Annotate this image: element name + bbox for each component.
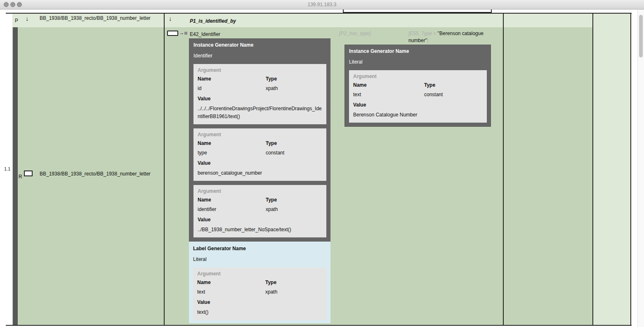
- type-column-header: Type: [266, 140, 322, 146]
- generator-name: Literal: [349, 59, 487, 65]
- argument-label: Argument: [197, 271, 323, 277]
- arg-value: text(): [197, 308, 323, 316]
- right-column-background: [593, 14, 630, 325]
- argument-box: Argument Name Type identifier xpath Valu…: [193, 185, 326, 237]
- argument-label: Argument: [198, 132, 322, 137]
- arrow-right-icon: →: [179, 30, 184, 36]
- clipped-element-above: [343, 9, 492, 13]
- name-column-header: Name: [198, 76, 266, 82]
- arg-type: constant: [424, 92, 483, 97]
- node-checkbox-icon[interactable]: [24, 171, 33, 176]
- range-entity-label[interactable]: E42_Identifier: [190, 31, 220, 37]
- label-generator-panel[interactable]: Label Generator Name Literal Argument Na…: [189, 242, 330, 323]
- arg-type: xpath: [265, 289, 323, 295]
- range-source-node-label[interactable]: BB_1938/BB_1938_recto/BB_1938_number_let…: [40, 171, 158, 177]
- arg-type: xpath: [266, 206, 322, 212]
- column-divider-4: [630, 13, 631, 326]
- arg-name: identifier: [198, 206, 266, 212]
- entity-square-icon: [184, 32, 187, 35]
- arg-value: berenson_catalogue_number: [198, 169, 322, 177]
- value-label: Value: [353, 102, 483, 108]
- name-column-header: Name: [197, 280, 265, 285]
- type-column-header: Type: [266, 197, 322, 203]
- e55-equals: =: [434, 31, 436, 36]
- type-column-header: Type: [265, 280, 323, 285]
- argument-box: Argument Name Type text xpath Value text…: [193, 268, 327, 320]
- source-node-label[interactable]: BB_1938/BB_1938_recto/BB_1938_number_let…: [40, 15, 158, 21]
- argument-label: Argument: [198, 188, 322, 194]
- predicate-label[interactable]: P1_is_identified_by: [190, 18, 236, 24]
- address-text: 139.91.183.3: [0, 2, 644, 7]
- arg-type: constant: [266, 150, 322, 156]
- arg-value: Berenson Catalogue Number: [353, 111, 483, 119]
- entity-rect-icon: [167, 31, 178, 36]
- type-column-header: Type: [266, 76, 322, 82]
- argument-box: Argument Name Type text constant Value B…: [349, 70, 487, 123]
- panel-title: Instance Generator Name: [193, 42, 326, 48]
- table-bottom-border: [6, 325, 632, 326]
- arg-name: id: [198, 85, 266, 91]
- value-label: Value: [197, 299, 323, 305]
- generator-panels-column: Instance Generator Name Identifier Argum…: [189, 38, 330, 323]
- e55-type-annotation[interactable]: [E55_Type = "Berenson catalogue number"]: [408, 30, 494, 44]
- name-column-header: Name: [198, 197, 266, 203]
- column-divider-2: [503, 13, 504, 326]
- range-marker: R: [19, 174, 22, 180]
- mapping-index: 1.1: [4, 166, 10, 171]
- generator-name: Identifier: [193, 53, 326, 59]
- e55-open: [E55_Type: [408, 31, 432, 36]
- collapse-arrow-icon[interactable]: ↓: [169, 15, 172, 21]
- e55-close: ]: [427, 38, 428, 43]
- panel-title: Label Generator Name: [193, 246, 327, 251]
- arg-name: text: [197, 289, 265, 295]
- value-label: Value: [198, 160, 322, 166]
- p2-has-type-label: [P2_has_type]: [339, 31, 371, 36]
- column-divider-3: [592, 13, 593, 326]
- type-column-header: Type: [424, 82, 483, 88]
- argument-label: Argument: [353, 73, 483, 79]
- entity-node-icon[interactable]: →: [167, 30, 187, 36]
- name-column-header: Name: [198, 140, 266, 146]
- arg-value: ../BB_1938_number_letter_NoSpace/text(): [198, 226, 322, 234]
- window-titlebar: 139.91.183.3: [0, 0, 644, 9]
- arg-name: text: [353, 92, 424, 97]
- argument-box: Argument Name Type type constant Value b…: [193, 128, 326, 181]
- arg-value: ../../../FlorentineDrawingsProject/Flore…: [198, 105, 322, 121]
- collapse-arrow-icon[interactable]: ↓: [26, 15, 29, 21]
- arg-name: type: [198, 150, 266, 156]
- browser-window: 139.91.183.3 1.1 P R ↓ BB_1938/BB_1938_r…: [0, 0, 644, 327]
- name-column-header: Name: [353, 82, 424, 88]
- table-top-border: [6, 13, 632, 14]
- mapping-row-bar: [13, 27, 18, 325]
- argument-box: Argument Name Type id xpath Value ../../…: [193, 64, 326, 124]
- arg-type: xpath: [266, 85, 322, 91]
- instance-generator-panel[interactable]: Instance Generator Name Identifier Argum…: [189, 38, 330, 242]
- panel-title: Instance Generator Name: [349, 48, 487, 54]
- argument-label: Argument: [198, 67, 322, 73]
- value-label: Value: [198, 96, 322, 102]
- generator-name: Literal: [193, 256, 327, 262]
- source-marker: P: [15, 18, 18, 24]
- value-label: Value: [198, 217, 322, 223]
- vertical-scrollbar[interactable]: [637, 9, 644, 327]
- column-divider-1: [164, 13, 165, 326]
- scrollbar-thumb[interactable]: [639, 15, 643, 57]
- instance-generator-panel[interactable]: Instance Generator Name Literal Argument…: [344, 45, 491, 127]
